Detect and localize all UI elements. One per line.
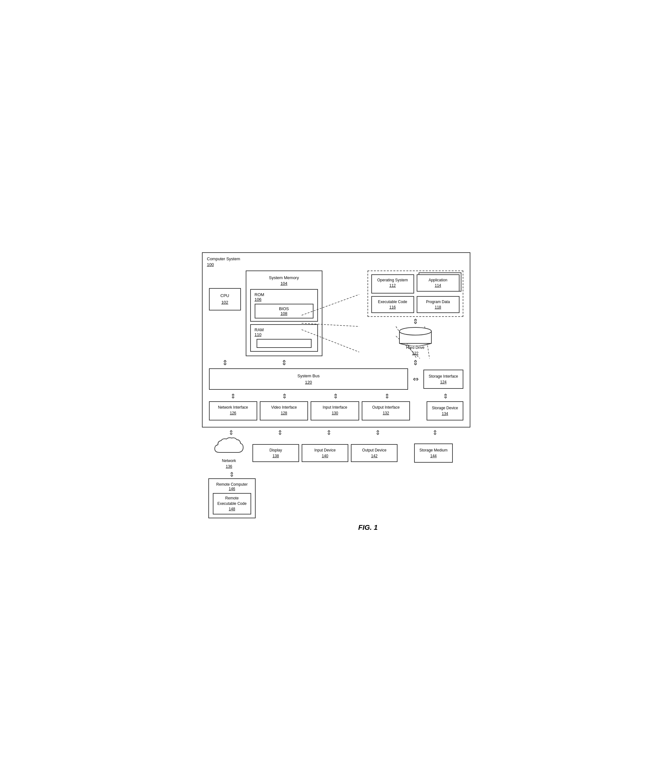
rom-box: ROM 106 BIOS 108 bbox=[250, 289, 318, 322]
bios-number: 108 bbox=[281, 311, 287, 316]
remote-executable-box: Remote Executable Code 148 bbox=[213, 493, 251, 514]
storage-device-number: 134 bbox=[442, 412, 448, 416]
in-iface-arrow-up: ⇕ bbox=[312, 392, 360, 400]
system-memory-label: System Memory 104 bbox=[250, 275, 318, 286]
vid-iface-arrow-up: ⇕ bbox=[260, 392, 309, 400]
svg-point-7 bbox=[399, 327, 431, 335]
input-interface-box: Input Interface 130 bbox=[310, 401, 359, 420]
storage-medium-box: Storage Medium 144 bbox=[414, 443, 452, 463]
rom-number: 106 bbox=[255, 297, 262, 302]
os-number: 112 bbox=[389, 283, 396, 288]
output-interface-box: Output Interface 132 bbox=[362, 401, 410, 420]
out-dev-arrow: ⇕ bbox=[355, 429, 401, 436]
program-data-box: Program Data 118 bbox=[417, 296, 459, 313]
display-box: Display 138 bbox=[253, 444, 299, 462]
application-number: 114 bbox=[435, 283, 441, 288]
remote-computer-number: 146 bbox=[229, 487, 235, 491]
bios-box: BIOS 108 bbox=[255, 304, 313, 319]
vid-dev-arrow: ⇕ bbox=[257, 429, 303, 436]
hard-drive-label: Hard Drive 122 bbox=[406, 345, 424, 356]
storage-interface-box: Storage Interface 124 bbox=[424, 370, 463, 389]
cpu-label: CPU bbox=[220, 293, 229, 298]
net-iface-arrow-up: ⇕ bbox=[209, 392, 258, 400]
hard-drive-storage-arrow: ⇕ bbox=[413, 359, 418, 367]
executable-code-number: 116 bbox=[389, 305, 396, 310]
network-col: Network 136 bbox=[208, 436, 250, 469]
network-label: Network 136 bbox=[222, 458, 236, 469]
network-number: 136 bbox=[226, 464, 232, 469]
video-interface-number: 128 bbox=[281, 411, 287, 415]
display-number: 138 bbox=[273, 454, 279, 458]
storage-device-box: Storage Device 134 bbox=[427, 401, 463, 420]
storage-iface-dev-arrow: ⇕ bbox=[428, 392, 463, 400]
outer-box-label: System Memory Computer System100 bbox=[207, 256, 240, 268]
cpu-bus-arrow: ⇕ bbox=[209, 359, 241, 367]
network-interface-number: 126 bbox=[230, 411, 236, 415]
figure-label: FIG. 1 bbox=[266, 523, 470, 532]
in-dev-arrow: ⇕ bbox=[306, 429, 352, 436]
output-device-box: Output Device 142 bbox=[351, 444, 397, 462]
hard-drive-area: Hard Drive 122 bbox=[398, 327, 433, 356]
hard-drive-shape bbox=[398, 327, 433, 344]
output-interface-number: 132 bbox=[383, 411, 389, 415]
storage-dev-med-arrow: ⇕ bbox=[417, 429, 453, 436]
remote-exec-number: 148 bbox=[229, 507, 235, 511]
video-interface-box: Video Interface 128 bbox=[260, 401, 308, 420]
executable-code-box: Executable Code 116 bbox=[371, 296, 414, 313]
hard-drive-number: 122 bbox=[412, 351, 418, 356]
computer-system-number: 100 bbox=[207, 262, 214, 267]
memory-bus-arrow: ⇕ bbox=[246, 359, 323, 367]
system-memory-number: 104 bbox=[281, 281, 287, 286]
bus-storage-arrow: ⇔ bbox=[413, 375, 419, 383]
remote-computer-box: Remote Computer 146 Remote Executable Co… bbox=[208, 478, 256, 518]
input-interface-number: 130 bbox=[332, 411, 338, 415]
network-cloud-shape bbox=[213, 436, 245, 457]
storage-medium-number: 144 bbox=[430, 454, 436, 458]
ram-box: RAM 110 bbox=[250, 324, 318, 352]
out-iface-arrow-up: ⇕ bbox=[363, 392, 411, 400]
program-data-number: 118 bbox=[435, 305, 441, 310]
software-dashed-box: Operating System 112 Application 114 Exe… bbox=[368, 271, 463, 317]
net-dev-arrow: ⇕ bbox=[208, 429, 255, 436]
system-memory-box: System Memory 104 ROM 106 BIOS 108 RAM bbox=[246, 271, 323, 356]
input-device-number: 140 bbox=[322, 454, 328, 458]
net-remote-arrow: ⇕ bbox=[208, 471, 256, 478]
cpu-box: CPU 102 bbox=[209, 288, 241, 311]
system-bus-box: System Bus 120 bbox=[209, 368, 408, 390]
ram-number: 110 bbox=[255, 332, 262, 337]
output-device-number: 142 bbox=[371, 454, 377, 458]
system-bus-number: 120 bbox=[305, 380, 312, 385]
application-box: Application 114 bbox=[417, 274, 459, 292]
input-device-box: Input Device 140 bbox=[302, 444, 348, 462]
cpu-number: 102 bbox=[222, 300, 228, 305]
network-interface-box: Network Interface 126 bbox=[209, 401, 257, 420]
os-box: Operating System 112 bbox=[371, 274, 414, 294]
storage-interface-number: 124 bbox=[440, 380, 446, 384]
